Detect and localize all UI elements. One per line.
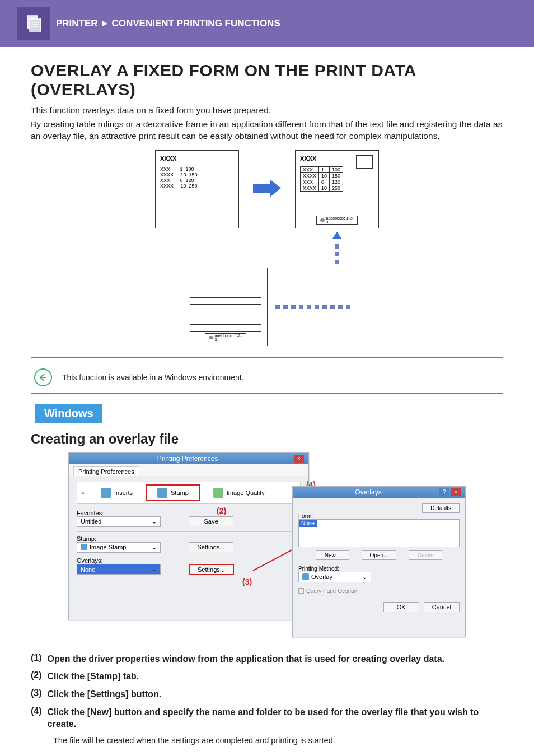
steps-list: (1)Open the driver properties window fro… — [31, 653, 503, 745]
output-overlay-document: XXXX XXX1100XXXX10150XXX0120XXXX10250 aa… — [295, 150, 379, 228]
form-listbox[interactable]: None — [298, 519, 460, 547]
ok-button[interactable]: OK — [383, 602, 419, 612]
save-button[interactable]: Save — [189, 516, 233, 526]
svg-marker-6 — [332, 232, 341, 239]
tab-label: Image Quality — [227, 489, 265, 496]
overlays-value: None — [81, 566, 95, 573]
query-label: Query Page Overlay — [306, 588, 357, 594]
subheading-creating-overlay: Creating an overlay file — [31, 431, 503, 447]
favorites-label: Favorites: — [77, 510, 301, 516]
inserts-icon — [101, 488, 111, 498]
printing-method-label: Printing Method: — [298, 566, 460, 572]
overlays-dropdown[interactable]: None ⌄ — [77, 564, 161, 575]
stamp-settings-button[interactable]: Settings... — [189, 542, 233, 552]
header-category[interactable]: PRINTER — [56, 18, 98, 29]
tab-label: Stamp — [171, 489, 189, 496]
step-number: (4) — [31, 706, 42, 730]
environment-note: This function is available in a Windows … — [62, 373, 244, 382]
header-bar: PRINTER ► CONVENIENT PRINTING FUNCTIONS — [0, 0, 534, 47]
close-icon[interactable]: × — [451, 488, 461, 496]
footer-chip: aaabbbccc 1-2-3 — [316, 216, 358, 225]
chevron-down-icon: ⌄ — [152, 566, 157, 573]
step-2: Click the [Stamp] tab. — [48, 670, 139, 683]
header-section[interactable]: CONVENIENT PRINTING FUNCTIONS — [111, 18, 280, 29]
overlays-settings-button[interactable]: Settings... — [189, 564, 234, 575]
printing-method-value: Overlay — [311, 573, 332, 580]
popup-title: Overlays — [355, 488, 381, 496]
page-title: OVERLAY A FIXED FORM ON THE PRINT DATA (… — [31, 61, 503, 99]
step-4-note: The file will be created when the settin… — [53, 736, 503, 745]
intro-line-2: By creating table rulings or a decorativ… — [31, 119, 503, 142]
stamp-icon — [157, 488, 167, 498]
arrow-right-icon — [250, 177, 284, 202]
tab-image-quality[interactable]: Image Quality — [203, 486, 275, 500]
step-number: (3) — [31, 688, 42, 701]
checkbox-icon — [298, 588, 304, 594]
stamp-dropdown[interactable]: Image Stamp ⌄ — [77, 542, 161, 553]
doc-title: XXXX — [160, 155, 234, 162]
footer-chip: aaabbbccc 1-2-3 — [205, 333, 246, 342]
image-stamp-icon — [81, 544, 87, 550]
step-number: (1) — [31, 653, 42, 665]
chevron-down-icon: ⌄ — [152, 518, 157, 525]
favorites-value: Untitled — [81, 518, 101, 525]
image-quality-icon — [213, 488, 223, 498]
tab-printing-preferences[interactable]: Printing Preferences — [73, 466, 139, 476]
new-button[interactable]: New... — [316, 550, 349, 560]
printing-method-dropdown[interactable]: Overlay ⌄ — [298, 572, 371, 582]
annotation-2: (2) — [217, 506, 226, 515]
overlay-diagram: XXXX XXX 1 100XXXX 10 150XXX 0 120XXXX 1… — [31, 150, 503, 346]
window-title: Printing Preferences — [157, 455, 218, 463]
favorites-dropdown[interactable]: Untitled ⌄ — [77, 516, 161, 527]
cancel-button[interactable]: Cancel — [424, 602, 460, 612]
dotted-path-vertical — [335, 244, 339, 264]
help-icon[interactable]: ? — [439, 488, 449, 496]
step-number: (2) — [31, 670, 42, 683]
tab-stamp[interactable]: Stamp — [146, 484, 200, 501]
annotation-3: (3) — [242, 577, 252, 586]
overlays-popup: Overlays ? × Defaults Form: None New... — [292, 486, 466, 637]
section-divider-light — [31, 393, 503, 394]
step-3: Click the [Settings] button. — [48, 688, 162, 701]
printing-preferences-window: Printing Preferences × Printing Preferen… — [68, 452, 309, 620]
defaults-button[interactable]: Defaults — [422, 503, 460, 513]
os-tag-windows: Windows — [35, 404, 102, 423]
tab-label: Inserts — [114, 489, 133, 496]
overlay-form-document: aaabbbccc 1-2-3 — [184, 268, 268, 346]
delete-button[interactable]: Delete — [409, 550, 442, 560]
svg-marker-5 — [253, 179, 281, 197]
chevron-down-icon: ⌄ — [152, 544, 157, 551]
dotted-path-horizontal — [275, 305, 350, 309]
open-button[interactable]: Open... — [362, 550, 397, 560]
step-1: Open the driver properties window from t… — [48, 653, 444, 665]
form-label: Form: — [298, 513, 460, 519]
logo-placeholder-icon — [245, 274, 261, 287]
stamp-value: Image Stamp — [90, 544, 126, 550]
window-titlebar: Printing Preferences × — [69, 453, 308, 464]
svg-rect-1 — [30, 19, 41, 31]
source-data-document: XXXX XXX 1 100XXXX 10 150XXX 0 120XXXX 1… — [155, 150, 239, 228]
printer-document-icon — [17, 7, 50, 40]
popup-titlebar: Overlays ? × — [293, 487, 465, 498]
step-4: Click the [New] button and specify the n… — [48, 706, 503, 730]
close-icon[interactable]: × — [294, 455, 304, 463]
overlay-method-icon — [302, 573, 309, 580]
arrow-up-icon — [331, 231, 343, 244]
tabs-prev-icon[interactable]: < — [79, 489, 87, 496]
section-divider — [31, 357, 503, 358]
screenshot-area: Printing Preferences × Printing Preferen… — [68, 452, 466, 643]
breadcrumb-separator-icon: ► — [100, 18, 110, 29]
stamp-label: Stamp: — [77, 535, 301, 542]
chevron-down-icon: ⌄ — [362, 573, 367, 581]
form-selected-value: None — [299, 520, 317, 527]
query-page-overlay-checkbox[interactable]: Query Page Overlay — [298, 588, 460, 594]
logo-placeholder-icon — [356, 155, 373, 169]
tab-strip: Printing Preferences — [69, 464, 308, 476]
info-return-icon — [34, 368, 52, 386]
tab-inserts[interactable]: Inserts — [91, 486, 143, 500]
intro-line-1: This function overlays data on a fixed f… — [31, 105, 503, 116]
